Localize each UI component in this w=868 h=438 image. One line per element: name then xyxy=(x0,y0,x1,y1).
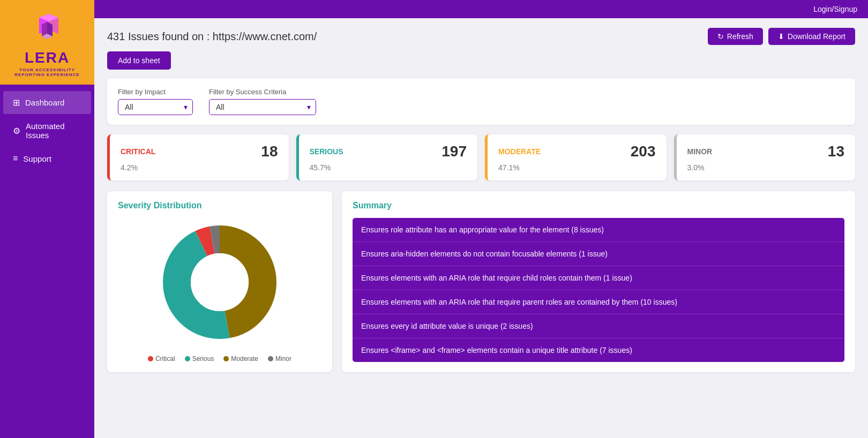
summary-title: Summary xyxy=(353,201,844,210)
download-report-button[interactable]: ⬇ Download Report xyxy=(768,28,855,45)
moderate-count: 203 xyxy=(631,143,656,160)
summary-list: Ensures role attribute has an appropriat… xyxy=(353,218,844,362)
refresh-button[interactable]: ↻ Refresh xyxy=(708,28,763,45)
legend-label-minor: Minor xyxy=(275,355,291,363)
dashboard-icon: ⊞ xyxy=(13,97,20,108)
topbar: Login/Signup xyxy=(94,0,868,18)
nav-items: ⊞ Dashboard ⚙ Automated Issues ≡ Support xyxy=(0,90,94,171)
moderate-label: MODERATE xyxy=(498,147,541,156)
severity-card-moderate: MODERATE 203 47.1% xyxy=(485,134,667,180)
summary-item-4[interactable]: Ensures every id attribute value is uniq… xyxy=(353,314,844,338)
legend-dot-serious xyxy=(185,356,190,361)
minor-pct: 3.0% xyxy=(687,163,845,172)
impact-filter-label: Filter by Impact xyxy=(118,88,193,96)
impact-select[interactable]: All Critical Serious Moderate Minor xyxy=(118,99,193,115)
header-row: 431 Issues found on : https://www.cnet.c… xyxy=(107,28,855,45)
sidebar-item-support-label: Support xyxy=(23,154,51,163)
main-content: Login/Signup 431 Issues found on : https… xyxy=(94,0,868,438)
legend-serious: Serious xyxy=(185,355,214,363)
impact-select-wrapper: All Critical Serious Moderate Minor xyxy=(118,99,193,115)
minor-count: 13 xyxy=(828,143,844,160)
legend-dot-moderate xyxy=(223,356,229,361)
severity-distribution-title: Severity Distribution xyxy=(118,201,321,210)
criteria-filter-label: Filter by Success Criteria xyxy=(209,88,316,96)
severity-card-serious: SERIOUS 197 45.7% xyxy=(296,134,478,180)
summary-item-5[interactable]: Ensures <iframe> and <frame> elements co… xyxy=(353,338,844,362)
critical-pct: 4.2% xyxy=(121,163,278,172)
refresh-label: Refresh xyxy=(727,32,753,41)
summary-item-3[interactable]: Ensures elements with an ARIA role that … xyxy=(353,290,844,314)
legend-label-critical: Critical xyxy=(155,355,175,363)
sidebar-item-automated-issues[interactable]: ⚙ Automated Issues xyxy=(3,115,91,146)
sidebar-item-support[interactable]: ≡ Support xyxy=(3,147,91,170)
sidebar-item-dashboard[interactable]: ⊞ Dashboard xyxy=(3,91,91,114)
filter-row: Filter by Impact All Critical Serious Mo… xyxy=(118,88,844,115)
issues-found-title: 431 Issues found on : https://www.cnet.c… xyxy=(107,31,317,43)
add-to-sheet-button[interactable]: Add to sheet xyxy=(107,51,171,70)
login-signup-link[interactable]: Login/Signup xyxy=(813,5,857,13)
support-icon: ≡ xyxy=(13,154,18,163)
serious-count: 197 xyxy=(442,143,467,160)
serious-label: SERIOUS xyxy=(310,147,343,156)
legend-critical: Critical xyxy=(148,355,175,363)
header-buttons: ↻ Refresh ⬇ Download Report xyxy=(708,28,855,45)
legend-label-moderate: Moderate xyxy=(231,355,258,363)
sidebar-item-dashboard-label: Dashboard xyxy=(25,98,64,107)
filter-panel: Filter by Impact All Critical Serious Mo… xyxy=(107,78,855,125)
legend-dot-minor xyxy=(268,356,273,361)
summary-item-0[interactable]: Ensures role attribute has an appropriat… xyxy=(353,218,844,242)
severity-card-critical: CRITICAL 18 4.2% xyxy=(107,134,289,180)
criteria-select[interactable]: All xyxy=(209,99,316,115)
minor-label: MINOR xyxy=(687,147,713,156)
donut-chart-container: Critical Serious Moderate Minor xyxy=(118,218,321,363)
summary-item-2[interactable]: Ensures elements with an ARIA role that … xyxy=(353,266,844,290)
moderate-pct: 47.1% xyxy=(498,163,656,172)
donut-center xyxy=(191,253,249,311)
serious-pct: 45.7% xyxy=(310,163,467,172)
app-title: LERA xyxy=(25,49,70,66)
legend-minor: Minor xyxy=(268,355,291,363)
severity-cards: CRITICAL 18 4.2% SERIOUS 197 45.7% MODER… xyxy=(107,134,855,180)
app-subtitle: YOUR ACCESSIBILITY REPORTING EXPERIENCE xyxy=(5,67,89,77)
lera-logo-icon xyxy=(28,10,66,47)
summary-panel: Summary Ensures role attribute has an ap… xyxy=(342,191,855,372)
criteria-filter-group: Filter by Success Criteria All xyxy=(209,88,316,115)
donut-chart xyxy=(155,218,284,346)
critical-count: 18 xyxy=(261,143,278,160)
legend-moderate: Moderate xyxy=(223,355,258,363)
sidebar-item-automated-issues-label: Automated Issues xyxy=(26,122,81,140)
critical-label: CRITICAL xyxy=(121,147,155,156)
donut-legend: Critical Serious Moderate Minor xyxy=(148,355,291,363)
legend-dot-critical xyxy=(148,356,153,361)
logo-area: LERA YOUR ACCESSIBILITY REPORTING EXPERI… xyxy=(0,0,94,85)
summary-item-1[interactable]: Ensures aria-hidden elements do not cont… xyxy=(353,242,844,266)
criteria-select-wrapper: All xyxy=(209,99,316,115)
automated-issues-icon: ⚙ xyxy=(13,126,20,136)
refresh-icon: ↻ xyxy=(717,32,724,41)
impact-filter-group: Filter by Impact All Critical Serious Mo… xyxy=(118,88,193,115)
content-area: 431 Issues found on : https://www.cnet.c… xyxy=(94,18,868,382)
legend-label-serious: Serious xyxy=(192,355,214,363)
download-label: Download Report xyxy=(788,32,845,41)
severity-distribution-panel: Severity Distribution xyxy=(107,191,332,372)
bottom-panels: Severity Distribution xyxy=(107,191,855,372)
severity-card-minor: MINOR 13 3.0% xyxy=(674,134,856,180)
sidebar: LERA YOUR ACCESSIBILITY REPORTING EXPERI… xyxy=(0,0,94,438)
download-icon: ⬇ xyxy=(778,32,784,41)
